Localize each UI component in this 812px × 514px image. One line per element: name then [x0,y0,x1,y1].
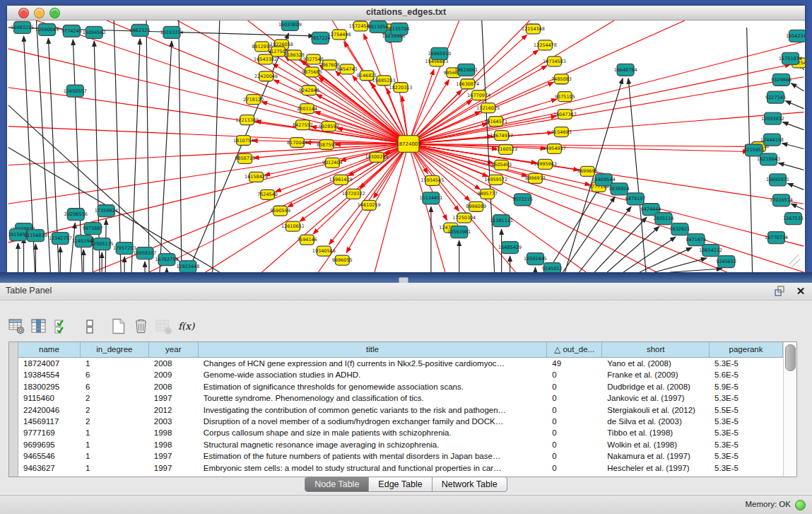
column-header[interactable]: short [602,342,710,358]
graph-node[interactable]: 20206536 [64,209,88,221]
graph-node[interactable]: 12754498 [328,30,351,40]
graph-node[interactable]: 8454743 [337,64,358,74]
graph-node[interactable]: 9329966 [771,74,792,86]
table-row[interactable]: 1830029562008Estimation of significance … [18,381,783,392]
graph-node[interactable]: 9774245 [61,25,82,37]
table-row[interactable]: 1456911722003Disruption of a novel membe… [18,416,783,427]
tab-node-table[interactable]: Node Table [305,477,369,491]
graph-node[interactable]: 10590043 [35,23,59,35]
graph-node[interactable]: 9012404 [322,158,343,168]
table-row[interactable]: 969969511998Structural magnetic resonanc… [18,439,783,450]
column-header[interactable]: year [149,342,199,358]
graph-node[interactable]: 12650557 [64,85,87,97]
graph-node[interactable]: 7632621 [670,223,690,235]
graph-node[interactable]: 16965910 [428,47,451,59]
table-row[interactable]: 946362711997Embryonic stem cells: a mode… [18,462,783,474]
network-window-titlebar[interactable]: citations_edges.txt [7,6,805,21]
graph-node[interactable]: 12160523 [494,145,517,155]
table-row[interactable]: 1938455462009Genome-wide association stu… [18,369,783,380]
graph-node[interactable]: 8170044 [287,138,307,148]
graph-node[interactable]: 9696055 [332,255,353,265]
unselect-all-columns-icon[interactable] [81,317,100,336]
graph-node[interactable]: 10995943 [534,159,557,169]
graph-node[interactable]: 12505135 [90,238,114,250]
delete-columns-icon[interactable] [131,317,151,336]
column-header[interactable]: △ out_de... [547,342,602,358]
graph-node[interactable]: 17016514 [770,194,793,206]
table-mode-icon[interactable] [7,317,26,336]
select-all-columns-icon[interactable] [52,317,71,336]
graph-node[interactable]: 12154348 [522,24,545,34]
graph-node[interactable]: 7857224 [310,32,331,44]
graph-node[interactable]: 12213389 [235,115,259,125]
graph-node[interactable]: 16164571 [484,117,507,127]
graph-node[interactable]: 12444158 [760,134,784,146]
graph-node[interactable]: 19542344 [786,30,805,42]
graph-node[interactable]: 10654112 [699,245,722,257]
graph-node[interactable]: 16158429 [245,172,268,182]
graph-node[interactable]: 8996089 [466,201,486,211]
graph-node[interactable]: 15885203 [372,76,396,86]
tab-network-table[interactable]: Network Table [433,477,507,491]
graph-node[interactable]: 16543382 [254,54,277,64]
close-panel-icon[interactable]: ✕ [794,284,808,298]
table-row[interactable]: 946554611997Estimation of the future num… [18,450,783,462]
memory-status-indicator[interactable] [795,500,806,510]
column-header[interactable]: in_degree [81,342,149,358]
graph-node[interactable]: 9862325 [130,24,151,36]
graph-node[interactable]: 9245012 [542,263,563,272]
graph-node[interactable]: 14959572 [484,175,507,185]
graph-node[interactable]: 9875685 [302,67,322,77]
network-canvas[interactable]: 1822605889129559127508165433828186328932… [7,21,805,272]
graph-node[interactable]: 8186328 [284,50,305,60]
graph-node[interactable]: 14610259 [358,200,381,210]
graph-node[interactable]: 9495777 [477,189,498,199]
function-builder-icon[interactable]: f(x) [177,317,196,336]
graph-node[interactable]: 10592445 [524,253,547,265]
graph-node[interactable]: 18724007 [396,136,420,153]
graph-node[interactable]: 9227343 [765,91,786,103]
graph-node[interactable]: 11156839 [24,230,47,242]
table-row[interactable]: 911546021997Tourette syndrome. Phenomeno… [18,392,783,404]
graph-node[interactable]: 17359924 [95,205,118,217]
graph-node[interactable]: 10720322 [342,189,365,199]
graph-node[interactable]: 15934545 [420,175,444,185]
graph-node[interactable]: 10674937 [490,131,513,141]
graph-node[interactable]: 8471676 [686,234,706,246]
show-columns-icon[interactable] [30,317,49,336]
graph-node[interactable]: 15692071 [766,174,789,186]
table-row[interactable]: 1872400712008Changes of HCN gene express… [18,358,783,369]
graph-node[interactable]: 9242848 [299,86,319,95]
graph-node[interactable]: 16782759 [155,254,178,266]
column-header[interactable]: pagerank [710,342,783,358]
graph-node[interactable]: 1810754 [233,136,254,146]
graph-node[interactable]: 15134451 [419,192,442,204]
delete-table-icon[interactable] [154,317,173,336]
graph-node[interactable]: 9975887 [83,223,103,235]
graph-node[interactable]: 12342757 [49,233,72,245]
scrollbar-thumb[interactable] [785,344,796,371]
table-row[interactable]: 2242004622012Investigating the contribut… [18,404,783,416]
graph-node[interactable]: 9245652 [716,256,736,268]
graph-node[interactable]: 10563981 [447,226,471,238]
graph-node[interactable]: 15751074 [779,52,802,64]
graph-node[interactable]: 16047307 [553,110,577,119]
graph-node[interactable]: 12610651 [281,221,305,231]
graph-node[interactable]: 16983215 [11,21,34,33]
graph-node[interactable]: 10630874 [456,79,479,89]
graph-node[interactable]: 9858715 [235,153,255,163]
graph-node[interactable]: 9375105 [555,92,575,102]
graph-node[interactable]: 1167533 [783,213,804,225]
graph-node[interactable]: 14954957 [543,144,566,154]
create-column-icon[interactable] [109,317,128,336]
graph-node[interactable]: 8996913 [525,173,546,183]
graph-node[interactable]: 9154693 [551,127,572,137]
graph-node[interactable]: 11381111 [490,215,513,227]
graph-node[interactable]: 9699695 [577,166,598,176]
graph-node[interactable]: 15094562 [83,26,106,38]
graph-node[interactable]: 16033809 [278,21,302,30]
graph-node[interactable]: 17250304 [452,213,476,223]
graph-node[interactable]: 10193354 [160,26,183,38]
graph-node[interactable]: 19619061 [454,64,478,76]
graph-node[interactable]: 2718120 [243,95,264,105]
